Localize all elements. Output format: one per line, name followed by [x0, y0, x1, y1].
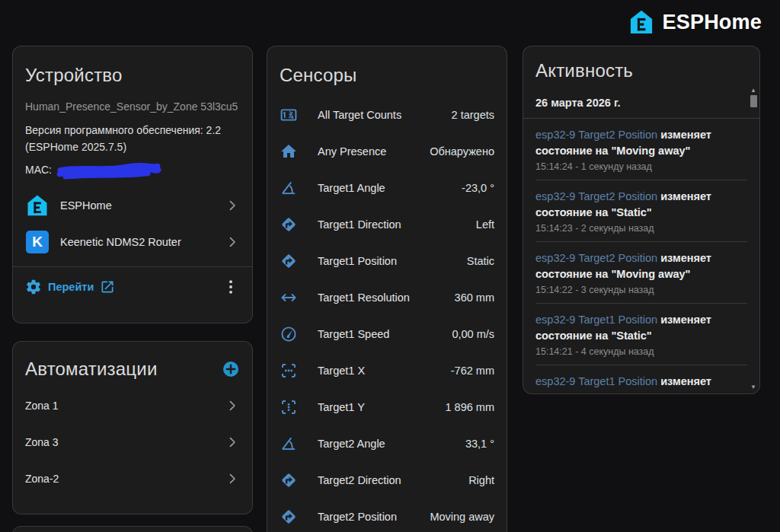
- speedometer-icon: [280, 325, 298, 343]
- sensor-row[interactable]: Target1 Angle -23,0 °: [280, 170, 494, 206]
- sensor-name: Target1 Y: [318, 401, 365, 413]
- sensor-value: -23,0 °: [462, 182, 494, 194]
- sensor-name: Target1 Speed: [318, 328, 389, 340]
- sensor-value: 33,1 °: [465, 438, 494, 450]
- scrollbar-thumb[interactable]: [750, 95, 757, 107]
- angle-acute-icon: [280, 435, 298, 453]
- sensor-row[interactable]: Target1 Position Static: [280, 243, 494, 279]
- sensor-value: 2 targets: [452, 109, 494, 121]
- app-title: ESPHome: [663, 11, 762, 34]
- sensor-value: -762 mm: [451, 365, 494, 377]
- scroll-up-icon[interactable]: ▲: [750, 88, 756, 94]
- automation-label: Zona 3: [25, 436, 59, 448]
- esphome-brand: ESPHome: [628, 8, 762, 36]
- sensor-name: All Target Counts: [318, 109, 401, 121]
- sensor-row[interactable]: Target2 Position Moving away: [280, 499, 494, 532]
- automations-card: Автоматизации Zona 1 Zona 3 Zona-2: [12, 341, 253, 514]
- logbook-message: esp32-9 Target1 Position изменяет состоя…: [535, 374, 747, 394]
- sensor-name: Target2 Angle: [318, 438, 385, 450]
- logbook-message: esp32-9 Target2 Position изменяет состоя…: [535, 250, 747, 282]
- chevron-right-icon: [225, 398, 240, 413]
- logbook-entity-link[interactable]: esp32-9 Target2 Position: [535, 190, 657, 202]
- automation-label: Zona-2: [25, 473, 59, 485]
- sensor-name: Any Presence: [318, 145, 386, 158]
- logbook-timestamp: 15:14:24 - 1 секунду назад: [535, 161, 747, 172]
- counter-icon: [280, 106, 298, 124]
- automation-label: Zona 1: [25, 400, 59, 412]
- activity-card-title: Активность: [535, 60, 741, 81]
- sensor-row[interactable]: Target1 Y 1 896 mm: [280, 389, 494, 425]
- sensor-row[interactable]: Target1 Resolution 360 mm: [280, 279, 494, 316]
- logbook-entity-link[interactable]: esp32-9 Target1 Position: [535, 314, 657, 326]
- esphome-logo-icon: [628, 8, 655, 36]
- logbook-action: изменяет: [660, 375, 711, 387]
- mac-label: MAC:: [25, 164, 52, 176]
- sensor-name: Target1 Angle: [318, 182, 385, 194]
- sensor-name: Target1 Position: [318, 255, 397, 267]
- sensor-row[interactable]: Target2 Direction Right: [280, 462, 494, 499]
- sensor-value: 0,00 m/s: [452, 328, 494, 340]
- chevron-right-icon: [225, 435, 240, 450]
- device-menu-kebab-icon[interactable]: [222, 278, 240, 296]
- gear-icon: [25, 279, 42, 295]
- device-name: Human_Presence_Sensor_by_Zone 53l3cu5: [25, 98, 240, 115]
- logbook-state-text: состояние на: [535, 390, 747, 394]
- home-icon: [280, 142, 298, 161]
- logbook-state-text: состояние на "Static": [535, 328, 747, 344]
- sensor-row[interactable]: Target1 Direction Left: [280, 206, 494, 243]
- sensor-value: Left: [476, 218, 494, 231]
- sensors-card-title: Сенсоры: [280, 65, 494, 86]
- sensors-list: All Target Counts 2 targets Any Presence…: [280, 97, 494, 532]
- select-dots-x-icon: [280, 362, 298, 380]
- logbook-scrollbar[interactable]: ▲ ▼: [749, 88, 758, 390]
- sign-direction-icon: [280, 471, 298, 489]
- next-card-partial: [12, 526, 253, 532]
- sensor-value: Static: [467, 255, 494, 267]
- logbook-action: изменяет: [660, 252, 711, 264]
- logbook-entity-link[interactable]: esp32-9 Target1 Position: [535, 375, 657, 387]
- chevron-right-icon: [225, 234, 240, 250]
- add-automation-button[interactable]: [222, 360, 240, 378]
- related-items-list: ESPHome K Keenetic NDMS2 Router: [25, 187, 240, 260]
- logbook-action: изменяет: [660, 190, 711, 202]
- sensor-name: Target2 Direction: [318, 474, 401, 486]
- automations-card-title: Автоматизации: [25, 358, 158, 380]
- related-item-keenetic[interactable]: K Keenetic NDMS2 Router: [25, 224, 240, 260]
- automation-item[interactable]: Zona 3: [25, 424, 240, 460]
- logbook-action: изменяет: [660, 129, 711, 141]
- firmware-version: Версия программного обеспечения: 2.2 (ES…: [25, 122, 240, 155]
- logbook-entry: esp32-9 Target2 Position изменяет состоя…: [535, 180, 747, 242]
- logbook-entry: esp32-9 Target2 Position изменяет состоя…: [535, 242, 747, 304]
- logbook-timestamp: 15:14:23 - 2 секунды назад: [535, 223, 747, 234]
- logbook-entry: esp32-9 Target1 Position изменяет состоя…: [535, 365, 747, 394]
- sensor-row[interactable]: Target1 X -762 mm: [280, 352, 494, 389]
- sensor-value: Moving away: [430, 511, 494, 523]
- sensor-row[interactable]: All Target Counts 2 targets: [280, 97, 494, 133]
- keenetic-logo-icon: K: [26, 231, 49, 253]
- automation-item[interactable]: Zona 1: [25, 387, 240, 424]
- sensor-value: 1 896 mm: [446, 401, 494, 413]
- automation-item[interactable]: Zona-2: [25, 460, 240, 497]
- sign-direction-icon: [280, 508, 298, 526]
- sensor-row[interactable]: Target1 Speed 0,00 m/s: [280, 316, 494, 352]
- logbook-entity-link[interactable]: esp32-9 Target2 Position: [535, 129, 657, 141]
- device-card-title: Устройство: [25, 65, 240, 86]
- logbook-timestamp: 15:14:22 - 3 секунды назад: [535, 285, 747, 295]
- logbook-state-text: состояние на "Static": [535, 205, 747, 221]
- scroll-down-icon[interactable]: ▼: [750, 384, 756, 390]
- sensor-name: Target1 Direction: [318, 218, 401, 231]
- sensor-row[interactable]: Target2 Angle 33,1 °: [280, 425, 494, 462]
- sensor-row[interactable]: Any Presence Обнаружено: [280, 133, 494, 170]
- sensor-name: Target1 Resolution: [318, 291, 410, 304]
- logbook-entity-link[interactable]: esp32-9 Target2 Position: [535, 252, 657, 264]
- logbook-timestamp: 15:14:21 - 4 секунды назад: [535, 346, 747, 357]
- automations-list: Zona 1 Zona 3 Zona-2: [25, 387, 240, 497]
- sensor-value: 360 mm: [455, 291, 494, 304]
- logbook-message: esp32-9 Target1 Position изменяет состоя…: [535, 312, 747, 344]
- related-item-label: ESPHome: [60, 199, 112, 212]
- visit-device-link[interactable]: Перейти: [25, 279, 115, 295]
- related-item-esphome[interactable]: ESPHome: [25, 187, 240, 224]
- logbook-message: esp32-9 Target2 Position изменяет состоя…: [535, 189, 747, 221]
- sensor-value: Обнаружено: [430, 145, 494, 158]
- chevron-right-icon: [225, 471, 240, 486]
